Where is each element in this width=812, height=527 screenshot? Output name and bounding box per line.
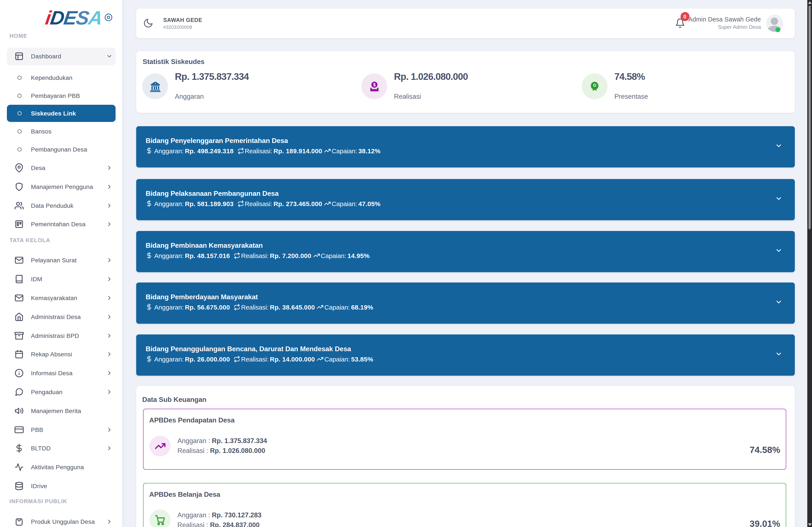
svg-text:$: $: [373, 82, 376, 87]
